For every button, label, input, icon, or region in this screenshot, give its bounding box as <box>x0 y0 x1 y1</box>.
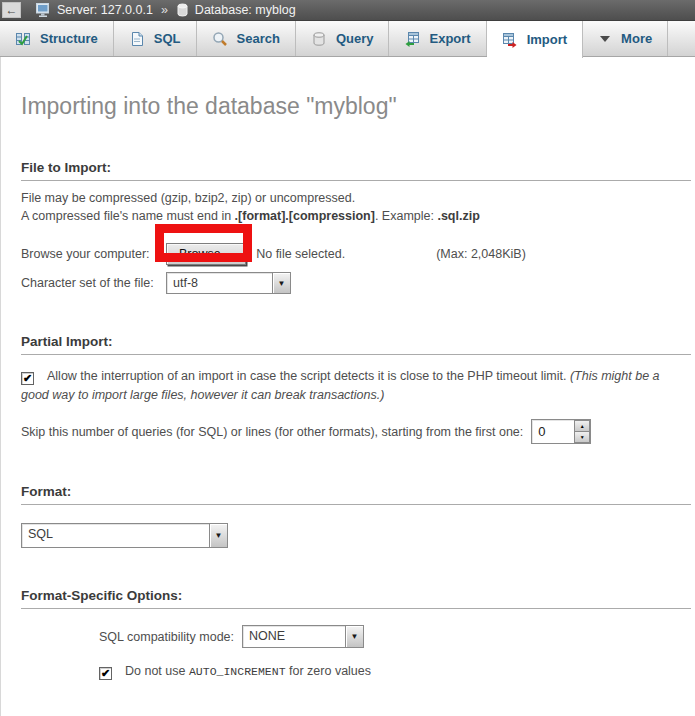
spin-up-icon[interactable]: ▲ <box>574 420 590 432</box>
spin-down-icon[interactable]: ▼ <box>574 432 590 443</box>
charset-row: Character set of the file: utf-8 ▼ <box>21 272 695 294</box>
browse-button[interactable]: Browse… <box>166 243 246 265</box>
compression-hint-line2: A compressed file's name must end in .[f… <box>21 207 695 225</box>
database-icon <box>176 3 189 17</box>
auto-increment-text-post: for zero values <box>286 664 371 678</box>
no-file-selected-text: No file selected. <box>256 247 436 261</box>
skip-queries-value: 0 <box>532 420 574 443</box>
skip-queries-label: Skip this number of queries (for SQL) or… <box>21 425 523 439</box>
compression-hint-line1: File may be compressed (gzip, bzip2, zip… <box>21 189 695 207</box>
breadcrumb-separator: » <box>161 3 168 17</box>
browse-row: Browse your computer: Browse… No file se… <box>21 243 695 265</box>
breadcrumb-server[interactable]: Server: 127.0.0.1 <box>57 3 153 17</box>
hint-format-pattern: .[format].[compression] <box>235 209 375 223</box>
auto-increment-row: ✔Do not use AUTO_INCREMENT for zero valu… <box>99 662 695 681</box>
tab-query[interactable]: Query <box>296 21 390 56</box>
section-title-format: Format: <box>21 484 691 505</box>
auto-increment-keyword: AUTO_INCREMENT <box>189 665 286 678</box>
tab-label: Search <box>237 31 280 46</box>
tab-label: Import <box>527 32 567 47</box>
charset-label: Character set of the file: <box>21 276 166 290</box>
section-title-format-specific: Format-Specific Options: <box>21 588 691 609</box>
import-page: Importing into the database "myblog" Fil… <box>0 57 695 716</box>
page-title: Importing into the database "myblog" <box>21 57 695 120</box>
chevron-down-icon <box>598 33 612 45</box>
tab-label: SQL <box>154 31 181 46</box>
tab-label: Structure <box>40 31 98 46</box>
tab-label: More <box>621 31 652 46</box>
sql-icon <box>129 31 145 47</box>
query-icon <box>311 31 327 47</box>
tab-sql[interactable]: SQL <box>114 21 197 56</box>
chevron-down-icon[interactable]: ▼ <box>272 273 290 293</box>
breadcrumb-database[interactable]: Database: myblog <box>195 3 296 17</box>
export-icon <box>404 31 420 47</box>
charset-select[interactable]: utf-8 ▼ <box>166 272 291 294</box>
sql-compatibility-label: SQL compatibility mode: <box>99 630 234 644</box>
section-title-partial-import: Partial Import: <box>21 334 691 355</box>
server-icon <box>36 3 51 17</box>
browse-label: Browse your computer: <box>21 247 166 261</box>
breadcrumb-bar: ← Server: 127.0.0.1 » Database: myblog <box>0 0 695 21</box>
tab-more[interactable]: More <box>583 21 668 56</box>
tab-bar: Structure SQL Search Query <box>0 21 695 57</box>
sql-compatibility-value: NONE <box>243 626 345 647</box>
section-title-file-to-import: File to Import: <box>21 160 691 181</box>
tabbar-filler <box>668 21 695 56</box>
back-arrow-icon: ← <box>6 4 18 16</box>
tab-label: Query <box>336 31 374 46</box>
format-select[interactable]: SQL ▼ <box>21 523 228 548</box>
skip-queries-row: Skip this number of queries (for SQL) or… <box>21 419 695 444</box>
charset-selected-value: utf-8 <box>167 273 272 293</box>
import-icon <box>502 32 518 48</box>
sql-compatibility-row: SQL compatibility mode: NONE ▼ <box>99 625 695 648</box>
interrupt-text: Allow the interruption of an import in c… <box>47 369 570 383</box>
structure-icon <box>15 31 31 47</box>
format-selected-value: SQL <box>22 524 209 547</box>
tab-export[interactable]: Export <box>389 21 486 56</box>
sql-compatibility-select[interactable]: NONE ▼ <box>242 625 364 648</box>
skip-queries-input[interactable]: 0 ▲ ▼ <box>531 419 591 444</box>
auto-increment-checkbox[interactable]: ✔ <box>99 667 112 680</box>
tab-structure[interactable]: Structure <box>0 21 114 56</box>
auto-increment-text-pre: Do not use <box>125 664 189 678</box>
hint-text: . Example: <box>375 209 438 223</box>
search-icon <box>212 31 228 47</box>
tab-label: Export <box>429 31 470 46</box>
back-button[interactable]: ← <box>2 2 21 18</box>
interrupt-option-row: ✔Allow the interruption of an import in … <box>21 367 683 405</box>
interrupt-checkbox[interactable]: ✔ <box>21 372 34 385</box>
chevron-down-icon[interactable]: ▼ <box>345 626 363 647</box>
hint-text: A compressed file's name must end in <box>21 209 235 223</box>
tab-search[interactable]: Search <box>197 21 296 56</box>
chevron-down-icon[interactable]: ▼ <box>209 524 227 547</box>
max-upload-size: (Max: 2,048KiB) <box>436 247 526 261</box>
hint-example: .sql.zip <box>437 209 479 223</box>
spinner-buttons: ▲ ▼ <box>574 420 590 443</box>
tab-import[interactable]: Import <box>487 21 583 58</box>
